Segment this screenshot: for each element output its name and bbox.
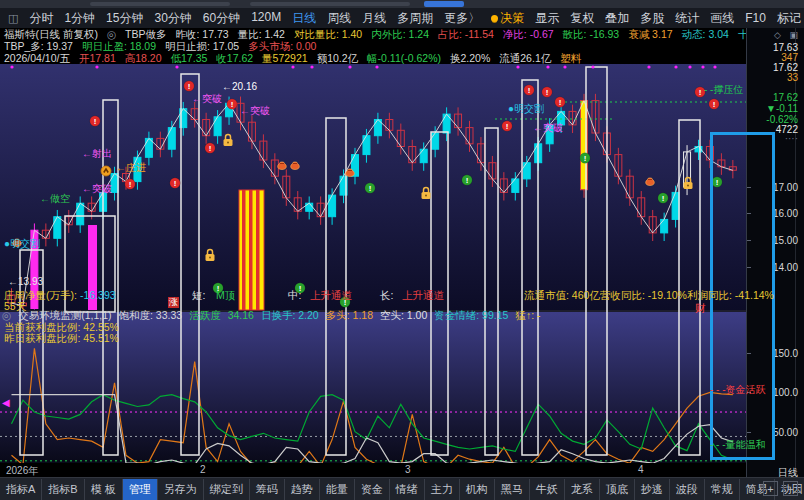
bottom-tab-9[interactable]: 资金 xyxy=(355,479,390,500)
period-button-3[interactable]: 30分钟 xyxy=(154,10,191,27)
bottom-tab-6[interactable]: 筹码 xyxy=(250,479,285,500)
candle-body xyxy=(420,149,427,163)
overlay-item: 多头: 1.18 xyxy=(326,310,373,321)
zoom-out-button[interactable]: − xyxy=(783,481,798,496)
info-item: TBP_多: 19.37 xyxy=(4,40,73,52)
action-label: 复权 xyxy=(570,11,594,25)
period-button-2[interactable]: 15分钟 xyxy=(106,10,143,27)
bottom-tab-0[interactable]: 指标A xyxy=(0,479,42,500)
bottom-tab-12[interactable]: 机构 xyxy=(460,479,495,500)
titlebar-blue-button[interactable] xyxy=(424,1,464,7)
bottom-tab-7[interactable]: 趋势 xyxy=(285,479,320,500)
bottom-tab-1[interactable]: 指标B xyxy=(42,479,84,500)
rise-badge: 涨 xyxy=(168,297,179,308)
period-toolbar: ◫ 分时1分钟15分钟30分钟60分钟120M日线周线月线多周期更多〉 决策显示… xyxy=(0,8,804,28)
candle-body xyxy=(168,128,175,150)
bottom-tab-16[interactable]: 顶底 xyxy=(600,479,635,500)
bottom-tab-10[interactable]: 情绪 xyxy=(390,479,425,500)
action-button-6[interactable]: 画线 xyxy=(710,10,734,27)
date-label: 2026年 xyxy=(6,464,38,478)
action-button-2[interactable]: 复权 xyxy=(570,10,594,27)
alert-mark: ! xyxy=(506,122,509,131)
axis-corner-icons[interactable]: ◇ ▣ xyxy=(774,30,801,40)
bottom-tab-14[interactable]: 牛妖 xyxy=(530,479,565,500)
chart-annotation: ←射出 xyxy=(82,148,112,159)
signal-dot xyxy=(175,65,178,68)
info-row-ohlc: 2026/04/10/五开17.81高18.20低17.35收17.62量572… xyxy=(0,52,746,64)
signal-dot xyxy=(546,65,549,68)
chart-annotation: ←突破 xyxy=(240,105,270,116)
info-item: TBP做多 xyxy=(125,28,166,40)
zoom-in-button[interactable]: + xyxy=(763,481,778,496)
action-button-1[interactable]: 显示 xyxy=(535,10,559,27)
bottom-tab-17[interactable]: 抄逃 xyxy=(635,479,670,500)
bottom-tab-19[interactable]: 常规 xyxy=(705,479,740,500)
bottom-tab-4[interactable]: 另存为 xyxy=(158,479,204,500)
action-button-8[interactable]: 标记 xyxy=(777,10,801,27)
candle-body xyxy=(214,117,221,136)
window-titlebar[interactable] xyxy=(0,0,804,8)
bottom-tab-13[interactable]: 黑马 xyxy=(495,479,530,500)
date-axis: 2026年234 xyxy=(0,463,746,477)
main-chart[interactable]: !!!!!!!!!!!!!!!!!!!!←20.16←突破←突破←突破←突破←射… xyxy=(0,64,746,463)
split-window-icon[interactable]: ◫ xyxy=(8,12,18,25)
chart-annotation: ←突破 xyxy=(533,122,563,133)
bottom-tab-15[interactable]: 龙系 xyxy=(565,479,600,500)
period-button-0[interactable]: 分时 xyxy=(29,10,53,27)
action-button-3[interactable]: 叠加 xyxy=(605,10,629,27)
period-button-6[interactable]: 日线 xyxy=(292,10,316,27)
overlay-item: 活跃度 xyxy=(189,310,221,321)
axis-value: 17.62 xyxy=(773,92,798,103)
toolbar-actions: 决策显示复权叠加多股统计画线F10标记返回 xyxy=(491,10,804,27)
alert-mark: ! xyxy=(129,180,132,189)
signal-dot xyxy=(591,65,594,68)
period-button-9[interactable]: 多周期 xyxy=(397,10,433,27)
info-item: 对比量比: 1.40 xyxy=(294,28,362,40)
bottom-tab-11[interactable]: 主力 xyxy=(425,479,460,500)
signal-dot xyxy=(563,65,566,68)
action-label: 标记 xyxy=(777,11,801,25)
action-button-4[interactable]: 多股 xyxy=(640,10,664,27)
axis-value: 14.00 xyxy=(773,262,798,273)
info-item: 明日止损: 17.05 xyxy=(165,40,239,52)
period-button-10[interactable]: 更多〉 xyxy=(444,10,480,27)
info-row-tbp: TBP_多: 19.37明日止盈: 18.09明日止损: 17.05多头市场: … xyxy=(0,40,746,52)
info-item: 低17.35 xyxy=(171,52,208,64)
candle-body xyxy=(329,195,336,217)
action-button-7[interactable]: F10 xyxy=(745,11,766,25)
bottom-tab-8[interactable]: 能量 xyxy=(320,479,355,500)
signal-dot xyxy=(516,65,519,68)
axis-value: 50.00 xyxy=(773,427,798,438)
bottom-tab-2[interactable]: 模 板 xyxy=(85,479,123,500)
action-button-5[interactable]: 统计 xyxy=(675,10,699,27)
overlay-item: 空头: 1.00 xyxy=(380,310,427,321)
info-item: 占比: -11.54 xyxy=(438,28,494,40)
period-button-7[interactable]: 周线 xyxy=(327,10,351,27)
signal-dot xyxy=(688,65,691,68)
overlay-item: ◎ xyxy=(2,310,11,321)
period-button-5[interactable]: 120M xyxy=(251,10,281,27)
action-button-0[interactable]: 决策 xyxy=(491,10,524,27)
overlay-item: 上升通道 xyxy=(402,290,444,301)
candle-body xyxy=(672,192,679,219)
bottom-tab-5[interactable]: 绑定到 xyxy=(204,479,250,500)
period-buttons: 分时1分钟15分钟30分钟60分钟120M日线周线月线多周期更多〉 xyxy=(29,10,491,27)
alert-mark: ! xyxy=(174,179,177,188)
action-label: 决策 xyxy=(500,11,524,25)
bottom-tab-18[interactable]: 波段 xyxy=(670,479,705,500)
overlay-item: 资金情绪: 99.15 xyxy=(434,310,508,321)
overlay-item: 中: xyxy=(288,290,301,301)
overlay-item: 交易环境监测(1,1,1) xyxy=(18,310,111,321)
bulb-icon xyxy=(491,15,498,22)
alert-mark: ! xyxy=(369,184,372,193)
bottom-tab-3[interactable]: 管理 xyxy=(123,479,158,500)
axis-value: ▼-0.11 xyxy=(766,103,798,114)
period-button-1[interactable]: 1分钟 xyxy=(64,10,95,27)
info-item: 流通26.1亿 xyxy=(499,52,551,64)
action-label: 画线 xyxy=(710,11,734,25)
period-button-4[interactable]: 60分钟 xyxy=(203,10,240,27)
info-item: 多头市场: 0.00 xyxy=(248,40,316,52)
period-button-8[interactable]: 月线 xyxy=(362,10,386,27)
overlay-item: 猛↑: - xyxy=(515,310,540,321)
alert-mark: ! xyxy=(559,98,562,107)
